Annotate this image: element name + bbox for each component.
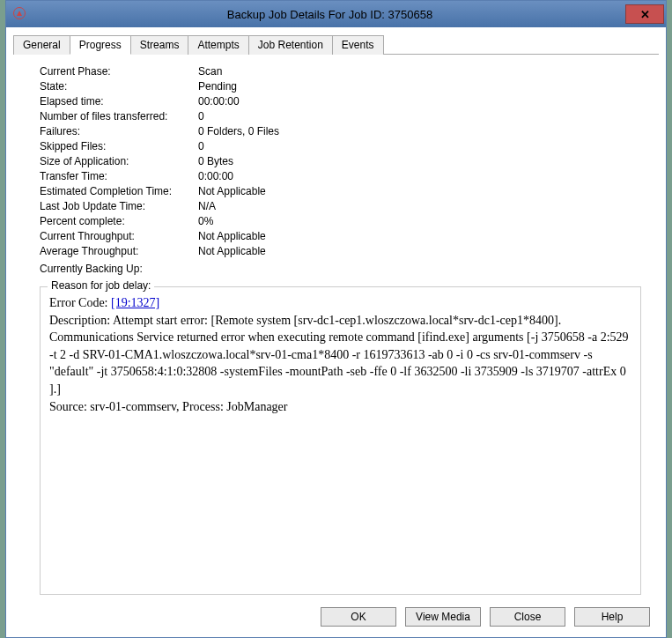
field-value: Pending: [198, 80, 641, 93]
field-row: Currently Backing Up:: [40, 263, 641, 275]
dialog-content: General Progress Streams Attempts Job Re…: [6, 27, 666, 637]
view-media-button[interactable]: View Media: [405, 607, 481, 627]
field-label: Transfer Time:: [40, 170, 198, 182]
field-label: Estimated Completion Time:: [40, 185, 198, 197]
field-row: Elapsed time:00:00:00: [40, 95, 641, 108]
field-row: Number of files transferred:0: [40, 110, 641, 122]
delay-text: Error Code: [19:1327] Description: Attem…: [49, 294, 631, 415]
field-value: 0%: [198, 215, 641, 227]
error-description: Description: Attempt start error: [Remot…: [49, 312, 631, 398]
field-row: Failures:0 Folders, 0 Files: [40, 125, 641, 137]
field-row: Last Job Update Time:N/A: [40, 200, 641, 212]
tab-progress[interactable]: Progress: [70, 35, 131, 55]
field-label: Currently Backing Up:: [40, 263, 198, 275]
field-row: Current Phase:Scan: [40, 65, 641, 78]
field-value: 0 Bytes: [198, 155, 641, 167]
titlebar: Backup Job Details For Job ID: 3750658 ✕: [6, 1, 666, 27]
field-row: State:Pending: [40, 80, 641, 93]
reason-for-delay-group: Reason for job delay: Error Code: [19:13…: [40, 286, 641, 595]
field-row: Current Throughput:Not Applicable: [40, 230, 641, 242]
app-icon: [13, 7, 27, 21]
close-icon: ✕: [640, 8, 650, 21]
tab-job-retention[interactable]: Job Retention: [248, 35, 333, 55]
tab-events[interactable]: Events: [332, 35, 384, 55]
field-label: Last Job Update Time:: [40, 200, 198, 212]
field-row: Estimated Completion Time:Not Applicable: [40, 185, 641, 197]
field-row: Skipped Files:0: [40, 140, 641, 152]
dialog-buttons: OK View Media Close Help: [13, 604, 659, 630]
field-value: Not Applicable: [198, 245, 641, 257]
field-label: Skipped Files:: [40, 140, 198, 152]
help-button[interactable]: Help: [574, 607, 650, 627]
field-row: Percent complete:0%: [40, 215, 641, 227]
tab-streams[interactable]: Streams: [130, 35, 189, 55]
window-title: Backup Job Details For Job ID: 3750658: [34, 8, 625, 21]
field-value: 0: [198, 140, 641, 152]
field-row: Average Throughput:Not Applicable: [40, 245, 641, 257]
field-label: Size of Application:: [40, 155, 198, 167]
field-value: 00:00:00: [198, 95, 641, 108]
field-value: 0: [198, 110, 641, 122]
field-row: Transfer Time:0:00:00: [40, 170, 641, 182]
field-value: Not Applicable: [198, 185, 641, 197]
ok-button[interactable]: OK: [321, 607, 396, 627]
error-code-link[interactable]: [19:1327]: [111, 296, 159, 309]
error-code-line: Error Code: [19:1327]: [49, 294, 631, 312]
field-label: State:: [40, 80, 198, 93]
field-value: 0 Folders, 0 Files: [198, 125, 641, 137]
tab-attempts[interactable]: Attempts: [188, 35, 248, 55]
field-value: N/A: [198, 200, 641, 212]
field-label: Current Throughput:: [40, 230, 198, 242]
field-label: Average Throughput:: [40, 245, 198, 257]
error-source: Source: srv-01-commserv, Process: JobMan…: [49, 398, 631, 416]
field-value: Not Applicable: [198, 230, 641, 242]
close-button[interactable]: Close: [490, 607, 565, 627]
reason-legend: Reason for job delay:: [48, 279, 154, 292]
field-value: Scan: [198, 65, 641, 78]
field-label: Number of files transferred:: [40, 110, 198, 122]
field-label: Failures:: [40, 125, 198, 137]
field-label: Current Phase:: [40, 65, 198, 78]
field-row: Size of Application:0 Bytes: [40, 155, 641, 167]
error-code-prefix: Error Code:: [49, 296, 111, 309]
progress-fields: Current Phase:Scan State:Pending Elapsed…: [13, 62, 659, 281]
field-label: Elapsed time:: [40, 95, 198, 108]
field-value: [198, 263, 641, 275]
close-window-button[interactable]: ✕: [625, 4, 664, 24]
tab-bar: General Progress Streams Attempts Job Re…: [13, 34, 659, 55]
field-value: 0:00:00: [198, 170, 641, 182]
tab-general[interactable]: General: [13, 35, 70, 55]
dialog-window: Backup Job Details For Job ID: 3750658 ✕…: [5, 0, 667, 638]
field-label: Percent complete:: [40, 215, 198, 227]
